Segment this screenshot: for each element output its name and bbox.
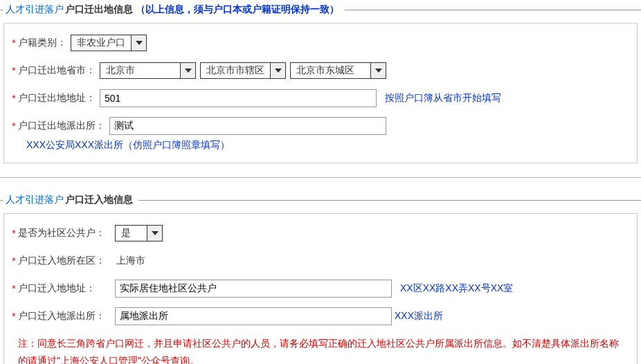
select-value: 非农业户口: [71, 37, 131, 49]
section-title-sub: 户口迁入地信息: [65, 194, 133, 206]
row-out-police: * 户口迁出地派出所：: [11, 117, 630, 135]
required-marker: *: [11, 255, 17, 266]
label-in-police: 户口迁入地派出所：: [18, 310, 115, 322]
form-box-out: * 户籍类别： 非农业户口 * 户口迁出地省市： 北京市 北京市市辖区: [3, 23, 638, 163]
required-marker: *: [11, 311, 17, 322]
header-line: [345, 10, 641, 10]
label-out-address: 户口迁出地地址：: [18, 92, 100, 104]
label-hukou-type: 户籍类别：: [18, 37, 71, 49]
row-in-address: * 户口迁入地地址： XX区XX路XX弄XX号XX室: [11, 280, 630, 298]
chevron-down-icon: [270, 63, 285, 78]
hint-in-police: XXX派出所: [395, 310, 443, 322]
select-value: 是: [116, 227, 147, 239]
section-in: - 人才引进落户 户口迁入地信息 * 是否为社区公共户： 是 * 户口迁入地所在…: [0, 190, 641, 364]
required-marker: *: [11, 65, 17, 76]
section-title-main: 人才引进落户: [6, 3, 64, 16]
label-in-address: 户口迁入地地址：: [18, 282, 115, 295]
form-box-in: * 是否为社区公共户： 是 * 户口迁入地所在区： 上海市 * 户口迁入地地址：…: [3, 213, 638, 364]
note-block: 注：同意长三角跨省户口网迁，并且申请社区公共户的人员，请务必填写正确的迁入地社区…: [18, 335, 623, 364]
row-in-region: * 户口迁入地所在区： 上海市: [11, 252, 630, 270]
section-divider: [0, 177, 641, 178]
subhint-out-police: XXX公安局XXX派出所（仿照户口簿照章填写）: [26, 139, 630, 152]
section-out-header: - 人才引进落户 户口迁出地信息 （以上信息，须与户口本或户籍证明保持一致）: [0, 0, 641, 19]
select-province[interactable]: 北京市: [100, 62, 196, 79]
dash-icon: -: [0, 194, 3, 206]
required-marker: *: [11, 120, 17, 131]
header-line: [138, 200, 641, 201]
label-in-region: 户口迁入地所在区：: [18, 255, 115, 267]
value-in-region: 上海市: [116, 255, 145, 267]
select-value: 北京市: [100, 64, 180, 77]
section-title-main: 人才引进落户: [6, 194, 64, 206]
row-hukou-type: * 户籍类别： 非农业户口: [11, 34, 630, 52]
input-in-address[interactable]: [115, 280, 392, 298]
label-community: 是否为社区公共户：: [18, 227, 115, 239]
required-marker: *: [11, 283, 17, 294]
section-title-sub: 户口迁出地信息: [65, 3, 133, 16]
select-community[interactable]: 是: [115, 225, 163, 242]
chevron-down-icon: [147, 226, 162, 241]
row-out-province: * 户口迁出地省市： 北京市 北京市市辖区 北京市东城区: [11, 62, 630, 80]
select-hukou-type[interactable]: 非农业户口: [71, 35, 147, 51]
input-in-police[interactable]: [115, 307, 392, 325]
dash-icon: -: [0, 4, 3, 15]
row-out-address: * 户口迁出地地址： 按照户口簿从省市开始填写: [11, 89, 630, 107]
required-marker: *: [11, 93, 17, 104]
select-district[interactable]: 北京市东城区: [290, 62, 386, 79]
row-in-police: * 户口迁入地派出所： XXX派出所: [11, 307, 630, 325]
required-marker: *: [11, 37, 17, 48]
select-value: 北京市东城区: [291, 64, 370, 77]
label-out-police: 户口迁出地派出所：: [18, 120, 109, 132]
row-community: * 是否为社区公共户： 是: [11, 224, 630, 242]
hint-out-address: 按照户口簿从省市开始填写: [385, 92, 501, 104]
required-marker: *: [11, 228, 17, 239]
chevron-down-icon: [180, 63, 195, 78]
hint-in-address: XX区XX路XX弄XX号XX室: [400, 282, 513, 295]
label-out-province: 户口迁出地省市：: [18, 64, 100, 77]
select-value: 北京市市辖区: [201, 64, 270, 77]
input-out-address[interactable]: [100, 89, 377, 107]
select-city[interactable]: 北京市市辖区: [200, 62, 286, 79]
section-title-note: （以上信息，须与户口本或户籍证明保持一致）: [136, 3, 339, 16]
input-out-police[interactable]: [109, 117, 386, 135]
chevron-down-icon: [370, 63, 386, 78]
section-in-header: - 人才引进落户 户口迁入地信息: [0, 190, 641, 210]
chevron-down-icon: [131, 35, 146, 51]
section-out: - 人才引进落户 户口迁出地信息 （以上信息，须与户口本或户籍证明保持一致） *…: [0, 0, 641, 163]
